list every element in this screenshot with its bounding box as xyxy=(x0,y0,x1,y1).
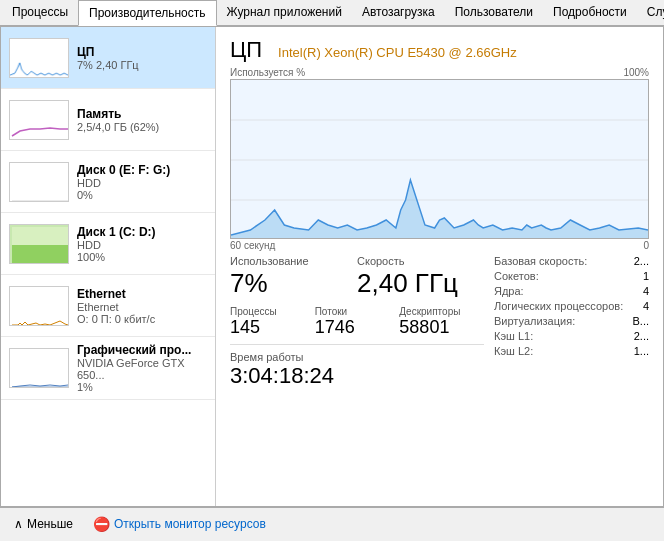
graph-area xyxy=(230,79,649,239)
gpu-info: Графический про... NVIDIA GeForce GTX 65… xyxy=(77,343,207,393)
logical-key: Логических процессоров: xyxy=(494,300,623,312)
svg-rect-1 xyxy=(12,165,68,201)
usage-block: Использование 7% xyxy=(230,255,357,298)
gpu-sub1: NVIDIA GeForce GTX 650... xyxy=(77,357,207,381)
ethernet-title: Ethernet xyxy=(77,287,207,301)
disk1-title: Диск 1 (C: D:) xyxy=(77,225,207,239)
gpu-sub2: 1% xyxy=(77,381,207,393)
ethernet-sub1: Ethernet xyxy=(77,301,207,313)
tab-details[interactable]: Подробности xyxy=(543,0,637,25)
uptime-label: Время работы xyxy=(230,351,484,363)
counters-row: Процессы 145 Потоки 1746 Дескрипторы 588… xyxy=(230,306,484,345)
bottom-bar: ∧ Меньше ⛔ Открыть монитор ресурсов xyxy=(0,507,664,539)
cores-key: Ядра: xyxy=(494,285,524,297)
processes-value: 145 xyxy=(230,317,315,338)
svg-rect-8 xyxy=(231,80,648,239)
sidebar-item-cpu[interactable]: ЦП 7% 2,40 ГГц xyxy=(1,27,215,89)
info-virt: Виртуализация: В... xyxy=(494,315,649,327)
less-button[interactable]: ∧ Меньше xyxy=(10,515,77,533)
usage-label: Использование xyxy=(230,255,357,267)
sidebar-item-gpu[interactable]: Графический про... NVIDIA GeForce GTX 65… xyxy=(1,337,215,400)
svg-rect-0 xyxy=(12,103,68,139)
ethernet-info: Ethernet Ethernet О: 0 П: 0 кбит/с xyxy=(77,287,207,325)
sidebar-item-memory[interactable]: Память 2,5/4,0 ГБ (62%) xyxy=(1,89,215,151)
disk1-thumbnail xyxy=(9,224,69,264)
graph-x-left: 60 секунд xyxy=(230,240,275,251)
content-panel: ЦП Intel(R) Xeon(R) CPU E5430 @ 2.66GHz … xyxy=(216,27,663,506)
graph-labels-top: Используется % 100% xyxy=(230,67,649,78)
info-cache-l1: Кэш L1: 2... xyxy=(494,330,649,342)
tab-bar: Процессы Производительность Журнал прило… xyxy=(0,0,664,26)
descriptors-label: Дескрипторы xyxy=(399,306,484,317)
disk0-sub2: 0% xyxy=(77,189,207,201)
threads-block: Потоки 1746 xyxy=(315,306,400,338)
gpu-thumbnail xyxy=(9,348,69,388)
svg-rect-4 xyxy=(12,245,68,263)
descriptors-block: Дескрипторы 58801 xyxy=(399,306,484,338)
cores-val: 4 xyxy=(643,285,649,297)
cache-l1-val: 2... xyxy=(634,330,649,342)
open-monitor-button[interactable]: ⛔ Открыть монитор ресурсов xyxy=(93,516,266,532)
graph-y-max: 100% xyxy=(623,67,649,78)
info-cores: Ядра: 4 xyxy=(494,285,649,297)
memory-info: Память 2,5/4,0 ГБ (62%) xyxy=(77,107,207,133)
processes-label: Процессы xyxy=(230,306,315,317)
content-header: ЦП Intel(R) Xeon(R) CPU E5430 @ 2.66GHz xyxy=(230,37,649,63)
memory-thumbnail xyxy=(9,100,69,140)
left-stats: Использование 7% Скорость 2,40 ГГц Проце… xyxy=(230,255,484,395)
ethernet-thumbnail xyxy=(9,286,69,326)
descriptors-value: 58801 xyxy=(399,317,484,338)
content-title: ЦП xyxy=(230,37,262,63)
virt-val: В... xyxy=(632,315,649,327)
memory-title: Память xyxy=(77,107,207,121)
sidebar-item-disk1[interactable]: Диск 1 (C: D:) HDD 100% xyxy=(1,213,215,275)
base-speed-val: 2... xyxy=(634,255,649,267)
cpu-thumbnail xyxy=(9,38,69,78)
cpu-sub: 7% 2,40 ГГц xyxy=(77,59,207,71)
chevron-up-icon: ∧ xyxy=(14,517,23,531)
tab-performance[interactable]: Производительность xyxy=(78,0,216,26)
sockets-key: Сокетов: xyxy=(494,270,539,282)
disk1-info: Диск 1 (C: D:) HDD 100% xyxy=(77,225,207,263)
logical-val: 4 xyxy=(643,300,649,312)
cache-l1-key: Кэш L1: xyxy=(494,330,533,342)
graph-container: Используется % 100% 60 секунд 0 xyxy=(230,67,649,251)
graph-y-label: Используется % xyxy=(230,67,305,78)
tab-services[interactable]: Службы xyxy=(637,0,664,25)
info-base-speed: Базовая скорость: 2... xyxy=(494,255,649,267)
disk1-sub1: HDD xyxy=(77,239,207,251)
cache-l2-val: 1... xyxy=(634,345,649,357)
graph-x-right: 0 xyxy=(643,240,649,251)
cpu-title: ЦП xyxy=(77,45,207,59)
disk0-sub1: HDD xyxy=(77,177,207,189)
cache-l2-key: Кэш L2: xyxy=(494,345,533,357)
speed-label: Скорость xyxy=(357,255,484,267)
speed-value: 2,40 ГГц xyxy=(357,269,484,298)
info-logical: Логических процессоров: 4 xyxy=(494,300,649,312)
threads-value: 1746 xyxy=(315,317,400,338)
svg-rect-5 xyxy=(12,289,68,325)
monitor-icon: ⛔ xyxy=(93,516,110,532)
virt-key: Виртуализация: xyxy=(494,315,575,327)
cpu-info: ЦП 7% 2,40 ГГц xyxy=(77,45,207,71)
disk1-sub2: 100% xyxy=(77,251,207,263)
gpu-title: Графический про... xyxy=(77,343,207,357)
less-label: Меньше xyxy=(27,517,73,531)
tab-users[interactable]: Пользователи xyxy=(445,0,543,25)
speed-block: Скорость 2,40 ГГц xyxy=(357,255,484,298)
monitor-label: Открыть монитор ресурсов xyxy=(114,517,266,531)
sockets-val: 1 xyxy=(643,270,649,282)
sidebar-item-disk0[interactable]: Диск 0 (E: F: G:) HDD 0% xyxy=(1,151,215,213)
main-panel: ЦП 7% 2,40 ГГц Память 2,5/4,0 ГБ (62%) xyxy=(0,26,664,507)
svg-rect-6 xyxy=(12,351,68,387)
tab-processes[interactable]: Процессы xyxy=(2,0,78,25)
disk0-thumbnail xyxy=(9,162,69,202)
tab-startup[interactable]: Автозагрузка xyxy=(352,0,445,25)
disk0-info: Диск 0 (E: F: G:) HDD 0% xyxy=(77,163,207,201)
info-cache-l2: Кэш L2: 1... xyxy=(494,345,649,357)
sidebar-item-ethernet[interactable]: Ethernet Ethernet О: 0 П: 0 кбит/с xyxy=(1,275,215,337)
sidebar: ЦП 7% 2,40 ГГц Память 2,5/4,0 ГБ (62%) xyxy=(1,27,216,506)
tab-applog[interactable]: Журнал приложений xyxy=(217,0,352,25)
content-subtitle: Intel(R) Xeon(R) CPU E5430 @ 2.66GHz xyxy=(278,45,517,60)
base-speed-key: Базовая скорость: xyxy=(494,255,587,267)
